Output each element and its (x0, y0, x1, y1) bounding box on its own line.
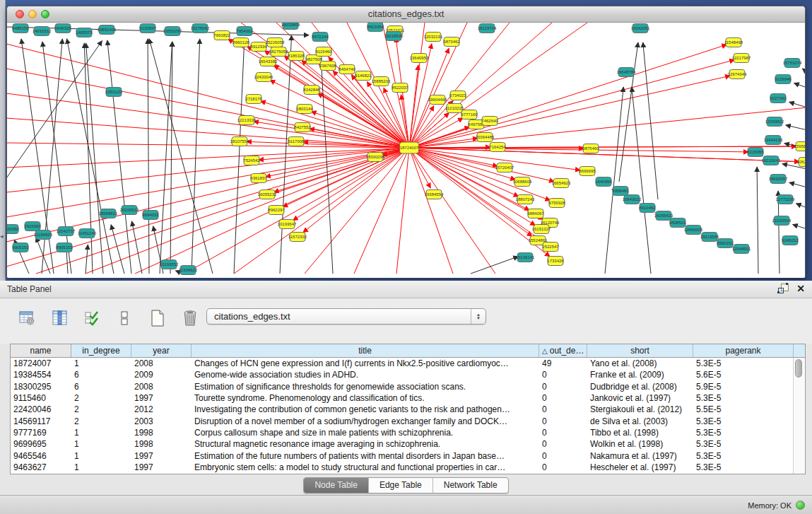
graph-node[interactable]: 10193552 (160, 260, 179, 269)
graph-node[interactable]: 9133847 (139, 24, 156, 33)
table-row[interactable]: 1872400712008Changes of HCN gene express… (11, 358, 805, 369)
network-window-titlebar[interactable]: citations_edges.txt (7, 6, 805, 23)
table-cell[interactable]: Estimation of the future numbers of pati… (192, 451, 539, 461)
table-cell[interactable]: 0 (539, 439, 587, 449)
graph-node[interactable]: 11572302 (288, 233, 307, 242)
table-cell[interactable]: Structural magnetic resonance image aver… (192, 439, 539, 449)
graph-node[interactable]: 18275058 (269, 47, 288, 57)
graph-node[interactable]: 20206510 (120, 206, 139, 215)
table-cell[interactable]: 0 (539, 462, 587, 472)
table-cell[interactable]: 0 (539, 404, 587, 414)
graph-node[interactable]: 9245012 (782, 236, 799, 245)
table-cell[interactable]: 9465546 (11, 451, 71, 461)
graph-node[interactable]: 25226058 (266, 38, 285, 47)
graph-node[interactable]: 8910452 (639, 204, 656, 213)
table-row[interactable]: 911546021997Tourette syndrome. Phenomeno… (11, 392, 805, 404)
graph-node[interactable]: 21033504 (772, 216, 792, 226)
table-cell[interactable]: 6 (71, 370, 131, 380)
graph-node[interactable]: 1405573 (76, 28, 93, 37)
graph-node[interactable]: 9115460 (316, 47, 333, 57)
graph-node[interactable]: 10342051 (631, 24, 650, 33)
graph-node[interactable]: 9129946 (775, 75, 792, 84)
table-cell[interactable]: 9699695 (11, 439, 71, 449)
table-cell[interactable]: 1 (71, 358, 131, 368)
graph-node[interactable]: 6734023 (449, 91, 466, 100)
graph-node[interactable]: 10688609 (513, 177, 532, 187)
graph-node[interactable]: 9958481 (612, 187, 629, 196)
graph-node[interactable]: 7164254 (489, 143, 506, 152)
dropdown-stepper-icon[interactable]: ▲▼ (471, 309, 486, 324)
table-cell[interactable]: 1 (71, 451, 131, 461)
network-window[interactable]: citations_edges.txt 18724007766382289601… (6, 6, 806, 278)
graph-node[interactable]: 7663822 (213, 31, 230, 40)
graph-node[interactable]: 1733426 (547, 257, 564, 266)
table-cell[interactable]: 0 (539, 416, 587, 426)
graph-node[interactable]: 18958821 (99, 209, 118, 218)
column-header-out-de-[interactable]: △out_de… (539, 344, 587, 357)
table-cell[interactable]: 1997 (131, 462, 192, 472)
graph-node[interactable]: 9361837 (250, 174, 267, 183)
table-cell[interactable]: Franke et al. (2009) (587, 370, 693, 380)
table-cell[interactable]: Disruption of a novel member of a sodium… (192, 416, 539, 426)
graph-node[interactable]: 8572244 (312, 33, 329, 42)
graph-node[interactable]: 2053120 (105, 88, 122, 97)
table-cell[interactable]: Stergiakouli et al. (2012) (587, 404, 693, 414)
table-cell[interactable]: Wolkin et al. (1998) (587, 439, 693, 449)
table-cell[interactable]: 2012 (131, 404, 192, 414)
graph-node[interactable]: 10629582 (797, 158, 805, 167)
table-type-segmented-control[interactable]: Node TableEdge TableNetwork Table (303, 477, 508, 493)
graph-node[interactable]: 15751074 (783, 59, 802, 68)
graph-node[interactable]: 9884067 (527, 209, 544, 218)
table-cell[interactable]: 1997 (131, 451, 192, 461)
graph-node[interactable]: 19904465 (428, 95, 447, 105)
memory-status-indicator[interactable] (796, 501, 805, 510)
table-cell[interactable]: 18724007 (11, 358, 71, 368)
table-cell[interactable]: 5.3E-5 (693, 439, 794, 449)
table-cell[interactable]: 6 (71, 382, 131, 392)
table-cell[interactable]: 1 (71, 439, 131, 449)
graph-node[interactable]: 8962297 (268, 206, 285, 215)
table-cell[interactable]: Estimation of significance thresholds fo… (192, 382, 539, 392)
graph-node[interactable]: 8215955 (747, 148, 764, 157)
table-cell[interactable]: 0 (539, 451, 587, 461)
graph-node[interactable]: 12444193 (764, 136, 783, 145)
graph-node[interactable]: 18724007 (400, 142, 420, 153)
graph-node[interactable]: 2803144 (296, 105, 313, 114)
table-cell[interactable]: 2008 (131, 358, 192, 368)
table-cell[interactable]: Nakamura et al. (1997) (587, 451, 693, 461)
table-cell[interactable]: 5.3E-5 (693, 358, 794, 368)
scrollbar-thumb[interactable] (795, 359, 802, 378)
graph-node[interactable]: 11309622 (179, 266, 198, 275)
graph-node[interactable]: 7954001 (236, 27, 253, 36)
graph-node[interactable]: 15013585 (700, 233, 719, 242)
graph-node[interactable]: 9875460 (582, 144, 599, 153)
graph-node[interactable]: 16033809 (281, 23, 300, 30)
graph-node[interactable]: 20891406 (98, 25, 117, 35)
table-cell[interactable]: 5.3E-5 (693, 428, 794, 438)
graph-node[interactable]: 20364485 (476, 133, 495, 142)
column-header-year[interactable]: year (131, 344, 192, 357)
graph-node[interactable]: 15123704 (478, 24, 497, 33)
graph-node[interactable]: 12860505 (684, 226, 703, 235)
graph-node[interactable]: 9508521 (669, 218, 686, 228)
graph-node[interactable]: 14031512 (33, 27, 52, 36)
column-header-name[interactable]: name (11, 344, 71, 357)
close-panel-icon[interactable]: ✕ (796, 284, 805, 293)
graph-node[interactable]: 8813054 (367, 23, 384, 32)
table-cell[interactable]: Embryonic stem cells: a model to study s… (192, 462, 539, 472)
rows-icon[interactable] (114, 307, 136, 329)
table-cell[interactable]: 1 (71, 462, 131, 472)
graph-node[interactable]: 19218506 (384, 32, 404, 41)
table-cell[interactable]: 0 (539, 382, 587, 392)
table-selector-dropdown[interactable]: citations_edges.txt ▲▼ (206, 308, 486, 325)
graph-node[interactable]: 12944501 (732, 245, 751, 254)
table-row[interactable]: 1938455462009Genome-wide association stu… (11, 369, 805, 380)
graph-node[interactable]: 8522037 (392, 83, 408, 93)
table-cell[interactable]: 5.3E-5 (693, 393, 794, 403)
table-cell[interactable]: Genome-wide association studies in ADHD. (192, 370, 539, 380)
graph-node[interactable]: 12772299 (776, 195, 795, 204)
graph-node[interactable]: 15276062 (191, 24, 210, 33)
graph-node[interactable]: 8699695 (579, 167, 596, 176)
column-header-title[interactable]: title (192, 344, 539, 357)
graph-node[interactable]: 15885203 (372, 77, 391, 86)
